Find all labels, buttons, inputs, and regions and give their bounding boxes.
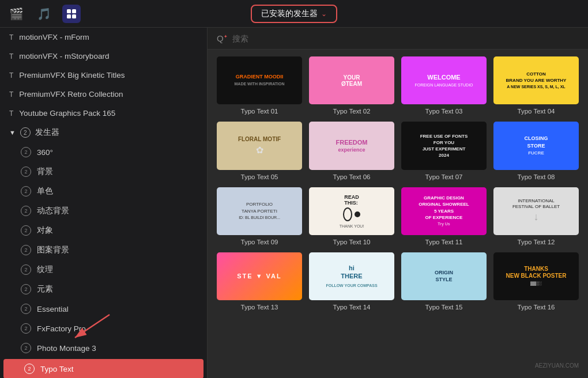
thumb-t07: FREE USE OF FONTSFOR YOUJUST EXPERIMENT2… [401, 122, 487, 169]
section-header-generator[interactable]: ▼ 2 发生器 [0, 123, 207, 142]
sub-item-label: 元素 [37, 284, 53, 294]
grid-item-t16[interactable]: THANKSNEW BLACK POSTER▓▓▒░ Typo Text 16 [493, 252, 579, 311]
grid-item-t14[interactable]: hiTHEREFOLLOW YOUR COMPASS Typo Text 14 [309, 252, 394, 311]
grid-item-t03[interactable]: WELCOMEFOREIGN LANGUAGE STUDIO Typo Text… [401, 56, 487, 115]
sub-item-fxfactory[interactable]: 2 FxFactory Pro [0, 319, 207, 338]
generator-icon[interactable] [62, 5, 81, 23]
sub-item-element[interactable]: 2 元素 [0, 279, 207, 299]
svg-rect-2 [67, 14, 71, 18]
sub-item-texture[interactable]: 2 纹理 [0, 260, 207, 279]
section-num-badge: 2 [20, 127, 31, 138]
sidebar-item-label: PremiumVFX Retro Collection [19, 90, 123, 99]
sidebar-item-youtube[interactable]: T Youtube Graphics Pack 165 [0, 104, 207, 123]
grid-item-t08[interactable]: CLOSINGSTOREFUCRE Typo Text 08 [493, 122, 579, 180]
item-label: Typo Text 04 [493, 108, 579, 115]
circle-icon: 2 [21, 186, 31, 196]
grid-item-t06[interactable]: FREEDOMexperience Typo Text 06 [309, 122, 394, 180]
thumb-t09: PORTFOLIOTANYA PORTETIID: BL BUILDI BOUR… [217, 187, 302, 235]
sub-item-360[interactable]: 2 360° [0, 142, 207, 162]
content-area: Q✦ GRADIENT MOODIIMADE WITH INSPIRATION … [208, 28, 588, 378]
thumb-t14: hiTHEREFOLLOW YOUR COMPASS [309, 252, 394, 300]
text-icon: T [9, 52, 13, 61]
grid-container: GRADIENT MOODIIMADE WITH INSPIRATION Typ… [208, 50, 588, 378]
search-icon: Q✦ [217, 33, 228, 43]
thumb-content: WELCOMEFOREIGN LANGUAGE STUDIO [414, 74, 473, 88]
sub-item-photomontage[interactable]: 2 Photo Montage 3 [0, 338, 207, 358]
item-label: Typo Text 10 [309, 239, 394, 245]
thumb-t15: ORIGINSTYLE [401, 252, 487, 300]
item-label: Typo Text 03 [401, 108, 487, 115]
thumb-t12: INTERNATIONALFESTIVAL OF BALLET↓ [493, 187, 579, 235]
sub-item-label: Essential [37, 305, 69, 313]
thumb-t08: CLOSINGSTOREFUCRE [493, 122, 579, 169]
sidebar-item-label: motionVFX - mForm [19, 33, 89, 41]
grid-item-t07[interactable]: FREE USE OF FONTSFOR YOUJUST EXPERIMENT2… [401, 122, 487, 180]
circle-icon: 2 [24, 364, 35, 374]
sidebar-item-mform[interactable]: T motionVFX - mForm [0, 28, 207, 47]
sidebar-item-retro[interactable]: T PremiumVFX Retro Collection [0, 85, 207, 104]
item-label: Typo Text 12 [493, 239, 579, 245]
svg-rect-1 [72, 9, 76, 13]
search-input[interactable] [232, 34, 579, 43]
grid-item-t13[interactable]: STE ▼ VAL Typo Text 13 [217, 252, 302, 311]
sidebar-item-mstoryboard[interactable]: T motionVFX - mStoryboard [0, 47, 207, 66]
sub-item-bg[interactable]: 2 背景 [0, 162, 207, 182]
thumb-content: FREE USE OF FONTSFOR YOUJUST EXPERIMENT2… [420, 133, 468, 159]
generator-dropdown-btn[interactable]: 已安装的发生器 ⌄ [251, 5, 337, 23]
item-label: Typo Text 02 [309, 108, 394, 115]
circle-icon: 2 [21, 284, 31, 294]
thumb-t04: COTTONBRAND YOU ARE WORTHYA NEW SERIES X… [493, 56, 579, 104]
thumb-t10: READTHIS: THANK YOU! [309, 187, 394, 235]
chevron-down-icon: ⌄ [321, 10, 327, 18]
item-label: Typo Text 13 [217, 304, 302, 311]
music-icon[interactable]: 🎵 [35, 5, 53, 23]
sidebar-item-label: motionVFX - mStoryboard [19, 52, 109, 61]
grid-item-t04[interactable]: COTTONBRAND YOU ARE WORTHYA NEW SERIES X… [493, 56, 579, 115]
grid-item-t15[interactable]: ORIGINSTYLE Typo Text 15 [401, 252, 487, 311]
sub-item-object[interactable]: 2 对象 [0, 221, 207, 240]
sub-item-essential[interactable]: 2 Essential [0, 299, 207, 319]
thumb-content: STE ▼ VAL [237, 273, 282, 279]
thumb-content: FREEDOMexperience [336, 139, 368, 153]
text-icon: T [9, 90, 13, 99]
grid-item-t02[interactable]: YOURØTEAM Typo Text 02 [309, 56, 394, 115]
text-icon: T [9, 33, 13, 41]
grid-item-t09[interactable]: PORTFOLIOTANYA PORTETIID: BL BUILDI BOUR… [217, 187, 302, 245]
grid-item-t11[interactable]: GRAPHIC DESIGNORIGINAL SHOWREEL5 YEARSOF… [401, 187, 487, 245]
generator-label: 已安装的发生器 [261, 9, 318, 19]
item-label: Typo Text 06 [309, 173, 394, 180]
thumb-content: ORIGINSTYLE [435, 269, 453, 284]
thumb-content: GRAPHIC DESIGNORIGINAL SHOWREEL5 YEARSOF… [419, 195, 469, 227]
circle-icon: 2 [21, 225, 31, 236]
search-bar: Q✦ [208, 28, 588, 50]
thumb-content: THANKSNEW BLACK POSTER▓▓▒░ [506, 266, 567, 286]
sub-item-pattern[interactable]: 2 图案背景 [0, 240, 207, 260]
thumb-t06: FREEDOMexperience [309, 122, 394, 169]
item-label: Typo Text 01 [217, 108, 302, 115]
sub-item-label: Photo Montage 3 [37, 344, 96, 353]
sub-item-dynamic[interactable]: 2 动态背景 [0, 201, 207, 221]
circle-icon: 2 [21, 264, 31, 275]
sub-item-label: 对象 [37, 225, 53, 236]
grid-item-t10[interactable]: READTHIS: THANK YOU! Typo Text 10 [309, 187, 394, 245]
thumb-content: CLOSINGSTOREFUCRE [524, 135, 548, 157]
grid-item-t12[interactable]: INTERNATIONALFESTIVAL OF BALLET↓ Typo Te… [493, 187, 579, 245]
grid-item-t01[interactable]: GRADIENT MOODIIMADE WITH INSPIRATION Typ… [217, 56, 302, 115]
section-label: 发生器 [35, 127, 59, 138]
text-icon: T [9, 71, 13, 80]
thumb-content: PORTFOLIOTANYA PORTETIID: BL BUILDI BOUR… [239, 201, 280, 221]
triangle-icon: ▼ [9, 129, 16, 136]
sidebar-item-bigkinetic[interactable]: T PremiumVFX Big Kinetic Titles [0, 66, 207, 85]
circle-icon: 2 [21, 206, 31, 216]
sub-item-label: 纹理 [37, 264, 53, 275]
sub-item-typotext[interactable]: 2 Typo Text [3, 359, 203, 378]
sub-item-single[interactable]: 2 单色 [0, 182, 207, 201]
thumb-content: READTHIS: THANK YOU! [340, 194, 364, 228]
item-label: Typo Text 16 [493, 304, 579, 311]
thumb-t05: FLORAL MOTIF ✿ [217, 122, 302, 169]
thumb-content: COTTONBRAND YOU ARE WORTHYA NEW SERIES X… [506, 71, 567, 90]
clapper-icon[interactable]: 🎬 [7, 5, 25, 23]
thumb-t02: YOURØTEAM [309, 56, 394, 104]
item-label: Typo Text 05 [217, 173, 302, 180]
grid-item-t05[interactable]: FLORAL MOTIF ✿ Typo Text 05 [217, 122, 302, 180]
